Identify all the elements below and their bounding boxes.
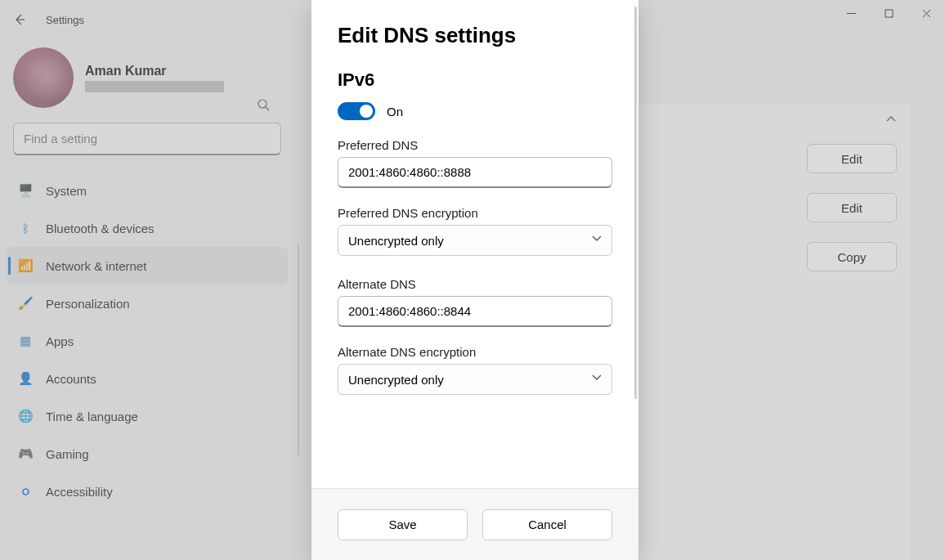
alternate-dns-input[interactable] — [338, 296, 612, 327]
dialog-scrollbar[interactable] — [634, 7, 637, 399]
alternate-enc-select[interactable] — [338, 364, 612, 395]
alternate-dns-label: Alternate DNS — [338, 277, 612, 291]
cancel-button[interactable]: Cancel — [482, 509, 612, 540]
preferred-dns-label: Preferred DNS — [338, 138, 612, 152]
save-button[interactable]: Save — [338, 509, 468, 540]
ipv6-toggle-label: On — [387, 105, 403, 119]
dialog-footer: Save Cancel — [311, 488, 638, 560]
ipv6-toggle[interactable] — [338, 102, 375, 120]
edit-dns-dialog: Edit DNS settings IPv6 On Preferred DNS … — [311, 0, 638, 560]
dialog-section-heading: IPv6 — [338, 69, 612, 91]
alternate-enc-label: Alternate DNS encryption — [338, 345, 612, 359]
preferred-dns-input[interactable] — [338, 157, 612, 188]
dialog-title: Edit DNS settings — [338, 23, 612, 48]
preferred-enc-label: Preferred DNS encryption — [338, 206, 612, 220]
preferred-enc-select[interactable] — [338, 225, 612, 256]
